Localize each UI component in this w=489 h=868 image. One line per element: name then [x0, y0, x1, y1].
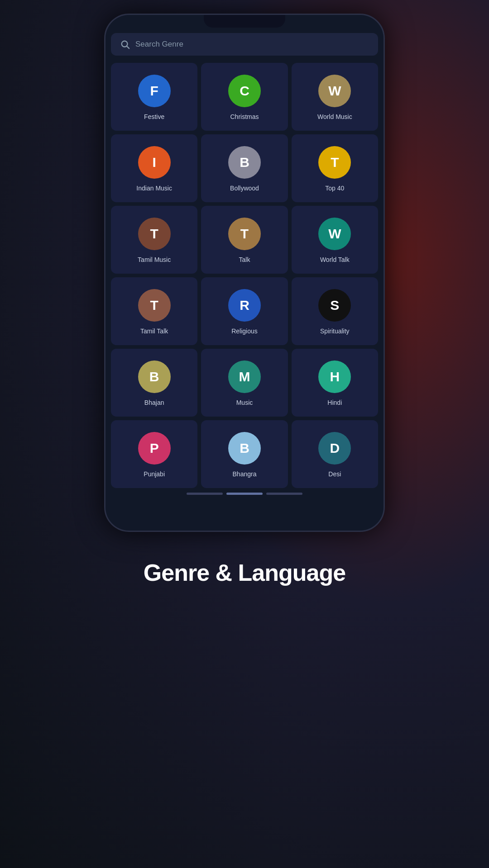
genre-tile-hindi[interactable]: HHindi [292, 349, 378, 417]
genre-label-spirituality: Spirituality [320, 327, 350, 335]
genre-avatar-hindi: H [318, 360, 351, 393]
genre-avatar-desi: D [318, 432, 351, 465]
genre-avatar-festive: F [138, 75, 171, 107]
genre-label-tamil-music: Tamil Music [138, 256, 171, 264]
page-title-section: Genre & Language [125, 550, 364, 868]
genre-label-punjabi: Punjabi [144, 470, 165, 478]
genre-avatar-bhajan: B [138, 360, 171, 393]
genre-tile-world-music[interactable]: WWorld Music [292, 63, 378, 131]
genre-label-world-music: World Music [317, 113, 352, 121]
genre-label-christmas: Christmas [230, 113, 259, 121]
genre-label-talk: Talk [239, 256, 250, 264]
page-title: Genre & Language [144, 559, 345, 586]
genre-avatar-world-talk: W [318, 218, 351, 250]
genre-label-indian-music: Indian Music [136, 184, 172, 192]
genre-label-bollywood: Bollywood [230, 184, 259, 192]
genre-avatar-punjabi: P [138, 432, 171, 465]
genre-label-bhajan: Bhajan [144, 398, 164, 407]
genre-tile-tamil-talk[interactable]: TTamil Talk [111, 277, 197, 345]
genre-avatar-world-music: W [318, 75, 351, 107]
scroll-indicator [111, 488, 378, 498]
phone-frame: Search Genre FFestiveCChristmasWWorld Mu… [104, 14, 385, 532]
genre-avatar-spirituality: S [318, 289, 351, 322]
genre-avatar-bollywood: B [228, 146, 261, 179]
genre-tile-tamil-music[interactable]: TTamil Music [111, 206, 197, 274]
phone-screen: Search Genre FFestiveCChristmasWWorld Mu… [105, 15, 384, 531]
genre-tile-world-talk[interactable]: WWorld Talk [292, 206, 378, 274]
genre-label-top-40: Top 40 [325, 184, 344, 192]
search-placeholder-text: Search Genre [135, 40, 183, 49]
genre-avatar-music: M [228, 360, 261, 393]
genre-tile-music[interactable]: MMusic [201, 349, 288, 417]
genre-label-festive: Festive [144, 113, 164, 121]
svg-line-1 [127, 46, 129, 48]
genre-label-religious: Religious [231, 327, 258, 335]
genre-avatar-christmas: C [228, 75, 261, 107]
genre-label-world-talk: World Talk [320, 256, 350, 264]
genre-grid: FFestiveCChristmasWWorld MusicIIndian Mu… [111, 63, 378, 488]
genre-tile-indian-music[interactable]: IIndian Music [111, 134, 197, 202]
phone-notch [204, 15, 285, 28]
genre-label-hindi: Hindi [327, 398, 342, 407]
genre-avatar-bhangra: B [228, 432, 261, 465]
genre-label-music: Music [236, 398, 253, 407]
genre-avatar-tamil-music: T [138, 218, 171, 250]
genre-tile-desi[interactable]: DDesi [292, 420, 378, 488]
genre-tile-religious[interactable]: RReligious [201, 277, 288, 345]
genre-avatar-talk: T [228, 218, 261, 250]
genre-label-tamil-talk: Tamil Talk [140, 327, 168, 335]
genre-tile-talk[interactable]: TTalk [201, 206, 288, 274]
genre-avatar-tamil-talk: T [138, 289, 171, 322]
genre-tile-bollywood[interactable]: BBollywood [201, 134, 288, 202]
genre-tile-punjabi[interactable]: PPunjabi [111, 420, 197, 488]
genre-label-bhangra: Bhangra [233, 470, 257, 478]
genre-tile-spirituality[interactable]: SSpirituality [292, 277, 378, 345]
genre-tile-festive[interactable]: FFestive [111, 63, 197, 131]
search-bar[interactable]: Search Genre [111, 33, 378, 56]
genre-tile-bhangra[interactable]: BBhangra [201, 420, 288, 488]
genre-label-desi: Desi [328, 470, 341, 478]
search-icon [120, 39, 130, 49]
genre-avatar-indian-music: I [138, 146, 171, 179]
genre-tile-bhajan[interactable]: BBhajan [111, 349, 197, 417]
genre-tile-christmas[interactable]: CChristmas [201, 63, 288, 131]
genre-tile-top-40[interactable]: TTop 40 [292, 134, 378, 202]
genre-avatar-religious: R [228, 289, 261, 322]
genre-avatar-top-40: T [318, 146, 351, 179]
